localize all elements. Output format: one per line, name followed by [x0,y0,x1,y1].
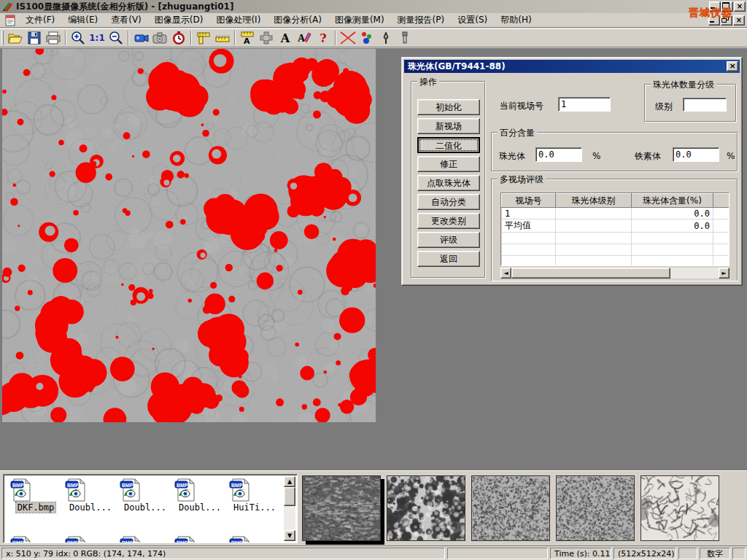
percent-group-label: 百分含量 [498,127,537,139]
measure-text-button[interactable]: A [238,29,257,47]
menu-settings[interactable]: 设置(S) [451,12,494,28]
actual-size-button[interactable]: 1:1 [88,29,107,47]
menu-file[interactable]: 文件(F) [19,12,61,28]
multifield-table[interactable]: 视场号 珠光体级别 珠光体含量(%) 铁素体含量(%) 1 0.0 平均值 0.… [500,192,729,266]
color-points-button[interactable] [357,29,376,47]
merge-button[interactable] [257,29,276,47]
save-button[interactable] [25,29,44,47]
scroll-right-icon[interactable]: ► [719,268,729,279]
svg-text:BMP: BMP [177,483,188,488]
annotate-button[interactable]: A [295,29,314,47]
file-item[interactable]: BMP Doubl... [119,478,171,513]
return-button[interactable]: 返回 [417,251,480,267]
file-item[interactable]: BMP [64,536,117,543]
file-item[interactable]: BMP [119,536,171,543]
scrollbar-thumb[interactable] [511,268,670,279]
pen-icon [381,31,391,45]
zoom-in-button[interactable] [69,29,88,47]
toolbar-grip[interactable] [1,31,4,45]
dialog-close-icon[interactable]: × [727,61,738,71]
menu-image-display[interactable]: 图像显示(D) [148,12,210,28]
scrollbar-thumb[interactable] [284,487,295,506]
ruler-button[interactable] [213,29,232,47]
ferrite-percent-sign: % [727,151,735,161]
table-horizontal-scrollbar[interactable]: ◄ ► [500,268,729,279]
measure-text-icon: A [240,31,255,45]
pearlite-percent-input[interactable] [535,147,582,162]
child-close-icon[interactable]: × [733,15,745,26]
text-button[interactable]: A [276,29,295,47]
timer-button[interactable] [169,29,188,47]
thumbnail-3[interactable] [471,475,550,541]
file-name[interactable]: Doubl... [68,502,113,513]
binarize-button[interactable]: 二值化 [417,137,480,153]
rate-button[interactable]: 评级 [417,232,480,248]
help-button[interactable]: ? [314,29,333,47]
col-ferrite[interactable]: 铁素体含量(%) [713,194,730,208]
correct-button[interactable]: 修正 [417,156,480,172]
auto-classify-button[interactable]: 自动分类 [417,194,480,210]
file-list-scrollbar[interactable]: ▲ ▼ [284,476,295,541]
thumbnail-1[interactable] [302,475,381,541]
menu-image-measure[interactable]: 图像测量(M) [328,12,391,28]
change-class-button[interactable]: 更改类别 [417,213,480,229]
file-item[interactable]: BMP DKF.bmp [9,478,62,513]
pick-pearlite-button[interactable]: 点取珠光体 [417,175,480,191]
metallographic-image[interactable] [2,49,376,422]
status-spacer [732,548,746,559]
status-spacer [447,548,548,559]
file-name[interactable]: HuiTi... [232,502,277,513]
grade-input[interactable] [683,98,727,112]
brush-button[interactable] [395,29,414,47]
thumbnail-5[interactable] [640,475,719,541]
ferrite-percent-input[interactable] [673,147,719,162]
table-row[interactable]: 平均值 0.0 [502,219,730,233]
file-item[interactable]: BMP HuiTi... [228,478,281,513]
col-grade[interactable]: 珠光体级别 [556,194,632,208]
menu-edit[interactable]: 编辑(E) [61,12,104,28]
menu-image-analysis[interactable]: 图像分析(A) [267,12,328,28]
menu-image-processing[interactable]: 图像处理(I) [209,12,267,28]
file-item[interactable]: BMP Doubl... [64,478,117,513]
ferrite-label: 铁素体 [635,150,661,163]
file-item[interactable]: BMP [174,536,226,543]
open-button[interactable] [6,29,25,47]
percent-group: 百分含量 珠光体 % 铁素体 % [491,132,738,171]
file-name[interactable]: DKF.bmp [16,502,56,513]
file-name[interactable]: Doubl... [123,502,168,513]
color-points-icon [360,31,374,45]
video-capture-button[interactable] [131,29,150,47]
grade-label: 级别 [655,101,673,113]
dialog-title-bar[interactable]: 珠光体(GB/T9441-88) × [404,60,740,73]
menu-view[interactable]: 查看(V) [104,12,148,28]
menu-help[interactable]: 帮助(H) [494,12,538,28]
file-item[interactable]: BMP Doubl... [174,478,226,513]
thumbnail-4[interactable] [556,475,635,541]
table-row[interactable]: 1 0.0 [502,208,730,219]
capture-button[interactable] [150,29,169,47]
document-icon[interactable] [4,15,16,26]
file-item[interactable]: BMP [9,536,62,543]
file-item[interactable]: BMP [228,536,281,543]
menu-report[interactable]: 测量报告(P) [391,12,452,28]
file-name[interactable]: Doubl... [177,502,222,513]
curve-tool-button[interactable] [338,29,357,47]
status-spacer [678,548,697,559]
caliper-button[interactable] [194,29,213,47]
pen-button[interactable] [376,29,395,47]
col-field[interactable]: 视场号 [502,194,556,208]
init-button[interactable]: 初始化 [417,99,480,115]
actual-size-icon: 1:1 [89,33,105,43]
caliper-icon [196,31,211,45]
scroll-up-icon[interactable]: ▲ [284,476,295,487]
scroll-down-icon[interactable]: ▼ [284,530,295,541]
new-field-button[interactable]: 新视场 [417,118,480,134]
close-icon[interactable]: × [734,1,746,12]
zoom-out-button[interactable] [107,29,125,47]
current-view-input[interactable] [558,97,611,112]
timer-icon [171,31,186,45]
col-pearlite[interactable]: 珠光体含量(%) [632,194,713,208]
thumbnail-2[interactable] [387,475,465,541]
print-button[interactable] [44,29,63,47]
scroll-left-icon[interactable]: ◄ [500,268,511,279]
